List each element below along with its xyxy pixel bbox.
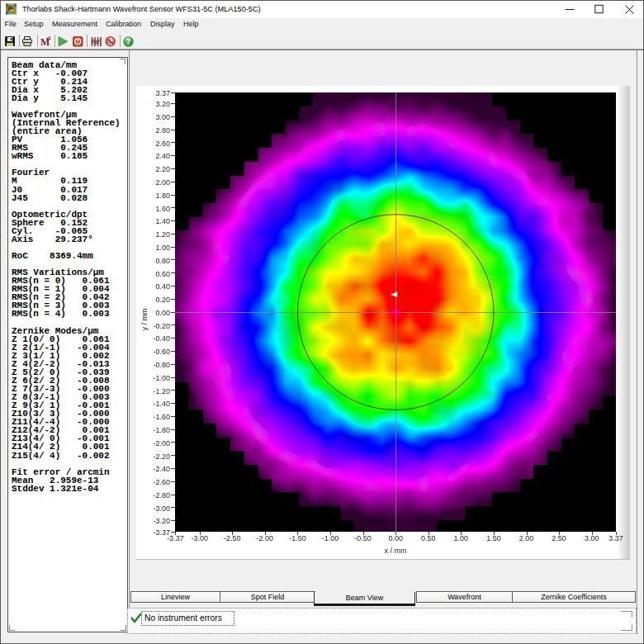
svg-text:Ref: Ref	[92, 39, 100, 45]
svg-text:?: ?	[125, 37, 130, 46]
